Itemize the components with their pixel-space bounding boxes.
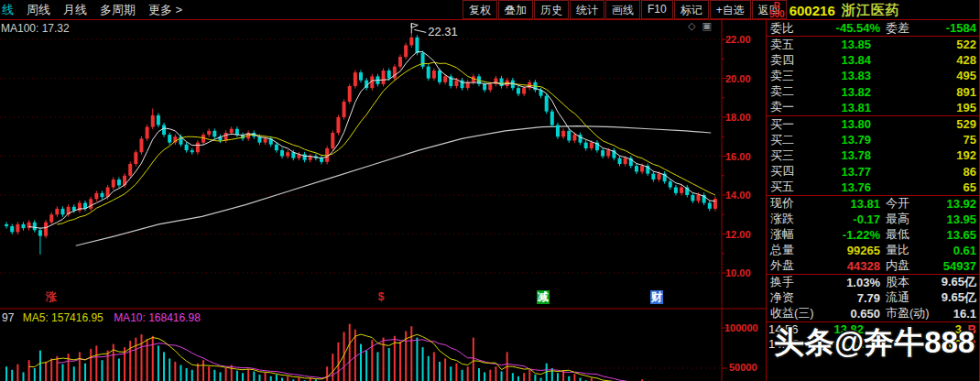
stat-row: 涨幅-1.22%最低13.65 bbox=[767, 227, 979, 243]
book-price: 13.83 bbox=[811, 69, 871, 82]
row-label: 最低 bbox=[886, 226, 937, 243]
row-label: 流通 bbox=[886, 289, 937, 306]
toolbar-button-5[interactable]: F10 bbox=[641, 0, 673, 19]
row-value: 54937 bbox=[937, 259, 976, 273]
row-value: 13.92 bbox=[937, 197, 976, 211]
diamond-icon[interactable]: ◇ bbox=[688, 20, 695, 32]
book-level-label: 买一 bbox=[770, 116, 811, 133]
menu-item-0[interactable]: 线 bbox=[2, 2, 14, 18]
row-label: 股本 bbox=[886, 274, 937, 290]
app-logo: R 500 bbox=[769, 2, 785, 18]
event-marker-3[interactable]: 财 bbox=[650, 290, 663, 304]
book-volume: 428 bbox=[871, 53, 976, 67]
event-marker-2[interactable]: 减 bbox=[537, 290, 550, 304]
watermark-text: 头条@奔牛888 bbox=[774, 322, 975, 364]
toolbar-button-3[interactable]: 统计 bbox=[570, 0, 604, 19]
stock-name: 浙江医药 bbox=[842, 2, 900, 19]
top-toolbar: 线周线月线多周期更多 > 复权叠加历史统计画线F10标记+自选返回 R 500 … bbox=[0, 0, 980, 20]
ask-row: 卖三13.83495 bbox=[767, 68, 979, 83]
volume-ma10-label: MA10: 168416.98 bbox=[114, 311, 201, 324]
menu-item-4[interactable]: 更多 > bbox=[148, 2, 182, 18]
row-value: -1584 bbox=[937, 21, 976, 35]
book-price: 13.81 bbox=[811, 101, 871, 114]
menu-item-2[interactable]: 月线 bbox=[63, 2, 87, 18]
book-level-label: 买二 bbox=[770, 132, 811, 148]
book-level-label: 买三 bbox=[770, 147, 811, 164]
ma100-indicator-label: MA100: 17.32 bbox=[1, 22, 70, 35]
book-price: 13.80 bbox=[811, 117, 871, 131]
row-value: 0.650 bbox=[823, 307, 880, 321]
stat-row: 换手1.03%股本9.65亿 bbox=[767, 275, 979, 290]
book-level-label: 卖五 bbox=[770, 37, 811, 53]
row-value: 99265 bbox=[823, 244, 880, 257]
ask-row: 卖二13.82891 bbox=[767, 84, 979, 100]
price-axis-label: 20.00 bbox=[725, 73, 751, 84]
book-volume: 65 bbox=[871, 180, 976, 194]
price-axis-label: 22.00 bbox=[725, 34, 751, 45]
book-level-label: 卖三 bbox=[770, 68, 811, 84]
stat-row: 净资7.79流通9.65亿 bbox=[767, 290, 979, 306]
book-price: 13.76 bbox=[811, 180, 871, 194]
price-axis-label: 18.00 bbox=[725, 112, 751, 123]
book-price: 13.82 bbox=[811, 85, 871, 99]
bid-row: 买三13.78192 bbox=[767, 147, 979, 163]
book-volume: 195 bbox=[871, 101, 976, 114]
bid-row: 买一13.80529 bbox=[767, 116, 979, 132]
chart-corner-icons: ◇▣ bbox=[688, 20, 712, 32]
kline-chart-area[interactable]: 22.31 bbox=[0, 20, 766, 381]
price-axis-label: 10.00 bbox=[725, 267, 751, 278]
row-label: 净资 bbox=[770, 289, 823, 306]
stat-row: 涨跌-0.17最高13.95 bbox=[767, 212, 979, 227]
row-value: 16.1 bbox=[937, 307, 976, 321]
svg-text:22.31: 22.31 bbox=[428, 25, 458, 38]
row-label: 委比 bbox=[770, 20, 823, 37]
book-volume: 192 bbox=[871, 148, 976, 162]
toolbar-button-1[interactable]: 叠加 bbox=[498, 0, 533, 19]
book-level-label: 买四 bbox=[770, 163, 811, 180]
stat-row: 收益(三)0.650市盈(动)16.1 bbox=[767, 306, 979, 321]
volume-axis-label: 50000 bbox=[729, 362, 757, 373]
book-volume: 522 bbox=[871, 38, 976, 51]
chart-tools-menu: 复权叠加历史统计画线F10标记+自选返回 bbox=[463, 0, 788, 20]
stock-app-window: { "toolbar": { "left_items": ["线", "周线",… bbox=[0, 0, 980, 381]
volume-value-fragment: 97 bbox=[2, 311, 14, 324]
price-axis-label: 12.00 bbox=[725, 229, 751, 240]
row-value: 0.61 bbox=[937, 244, 976, 257]
row-label: 外盘 bbox=[770, 257, 823, 274]
book-price: 13.85 bbox=[811, 38, 871, 51]
toolbar-button-0[interactable]: 复权 bbox=[463, 0, 497, 19]
row-value: 9.65亿 bbox=[937, 274, 976, 290]
book-price: 13.77 bbox=[811, 165, 871, 179]
row-label: 总量 bbox=[770, 242, 823, 258]
row-label: 涨幅 bbox=[770, 226, 823, 243]
ask-row: 卖四13.84428 bbox=[767, 52, 979, 68]
ask-row: 卖一13.81195 bbox=[767, 100, 979, 115]
book-level-label: 卖四 bbox=[770, 52, 811, 69]
row-label: 内盘 bbox=[886, 257, 937, 274]
ask-row: 卖五13.85522 bbox=[767, 37, 979, 52]
toolbar-button-4[interactable]: 画线 bbox=[605, 0, 640, 19]
row-value: -45.54% bbox=[823, 21, 880, 35]
menu-item-1[interactable]: 周线 bbox=[27, 2, 50, 18]
row-label: 最高 bbox=[886, 211, 937, 227]
row-label: 收益(三) bbox=[770, 305, 823, 321]
bid-row: 买五13.7665 bbox=[767, 180, 979, 195]
toolbar-button-2[interactable]: 历史 bbox=[534, 0, 569, 19]
price-axis-label: 16.00 bbox=[725, 151, 751, 162]
volume-indicator-header: 97 MA5: 157416.95 MA10: 168416.98 bbox=[2, 311, 201, 324]
event-marker-1[interactable]: $ bbox=[375, 290, 387, 304]
row-value: -0.17 bbox=[823, 212, 880, 226]
book-volume: 891 bbox=[871, 85, 976, 99]
row-label: 今开 bbox=[886, 195, 937, 212]
book-volume: 86 bbox=[871, 165, 976, 179]
volume-axis-label: 100000 bbox=[724, 322, 758, 333]
toolbar-button-7[interactable]: +自选 bbox=[710, 0, 751, 19]
menu-item-3[interactable]: 多周期 bbox=[100, 2, 136, 18]
row-value: 1.03% bbox=[823, 276, 880, 289]
toolbar-button-6[interactable]: 标记 bbox=[674, 0, 709, 19]
panel-toggle-icon[interactable]: ▣ bbox=[702, 20, 711, 32]
stat-row: 现价13.81今开13.92 bbox=[767, 196, 979, 212]
stat-row: 外盘44328内盘54937 bbox=[767, 258, 979, 274]
event-marker-0[interactable]: 涨 bbox=[45, 290, 58, 304]
kline-chart-canvas[interactable]: 22.31 bbox=[0, 20, 766, 381]
